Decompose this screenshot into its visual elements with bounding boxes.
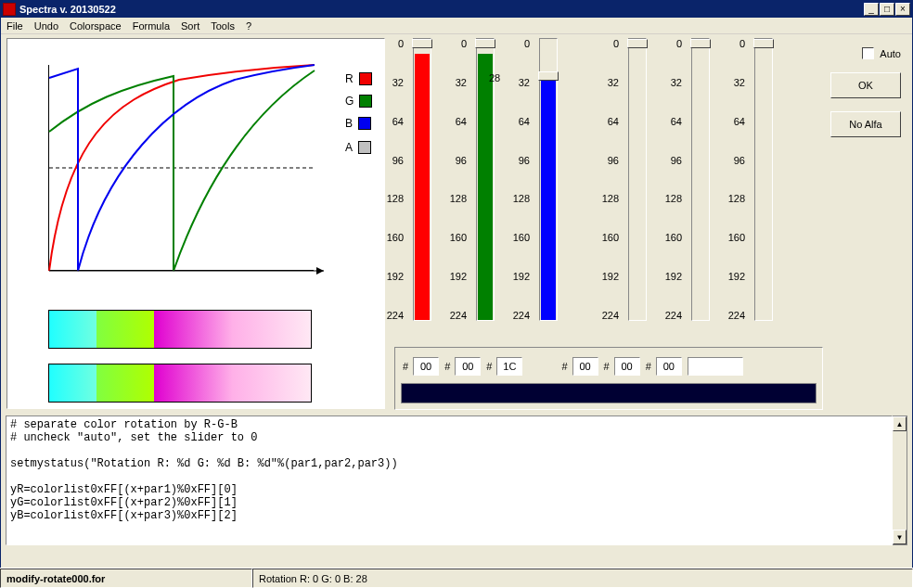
- slider-value-label: 28: [489, 72, 500, 83]
- tick-label: 0: [721, 38, 745, 49]
- hex-input-3[interactable]: [572, 357, 598, 376]
- slider-track-0[interactable]: [413, 38, 431, 321]
- slider-fill: [541, 81, 556, 320]
- tick-label: 64: [658, 116, 682, 127]
- window-title: Spectra v. 20130522: [19, 4, 864, 15]
- app-icon: [3, 3, 16, 16]
- hash-icon: #: [561, 361, 567, 372]
- slider-fill: [478, 54, 493, 320]
- legend-swatch-g: [359, 95, 372, 108]
- tick-label: 32: [721, 77, 745, 88]
- scroll-up-icon[interactable]: ▲: [893, 416, 907, 431]
- menu-file[interactable]: File: [6, 20, 23, 32]
- legend-swatch-b: [358, 117, 371, 130]
- tick-label: 64: [595, 116, 619, 127]
- hex-input-1[interactable]: [455, 357, 481, 376]
- hex-input-0[interactable]: [413, 357, 439, 376]
- color-preview: [401, 383, 817, 403]
- auto-checkbox-row: Auto: [862, 47, 901, 59]
- menubar: File Undo Colorspace Formula Sort Tools …: [1, 18, 912, 34]
- hex-combined[interactable]: [688, 357, 743, 376]
- close-button[interactable]: ×: [895, 3, 910, 16]
- ok-button[interactable]: OK: [830, 72, 901, 98]
- svg-marker-2: [316, 267, 324, 275]
- tick-label: 96: [506, 155, 530, 166]
- tick-label: 0: [595, 38, 619, 49]
- hex-input-5[interactable]: [656, 357, 682, 376]
- tick-label: 192: [379, 271, 404, 282]
- gradient-upper: [48, 310, 312, 349]
- tick-label: 96: [379, 155, 404, 166]
- tick-label: 160: [506, 232, 530, 243]
- slider-thumb[interactable]: [753, 39, 774, 48]
- slider-1: 0326496128160192224: [457, 38, 513, 321]
- legend-b: B: [345, 117, 372, 130]
- auto-checkbox[interactable]: [862, 47, 874, 59]
- tick-label: 0: [506, 38, 530, 49]
- menu-tools[interactable]: Tools: [211, 20, 235, 32]
- tick-label: 64: [443, 116, 467, 127]
- code-textarea[interactable]: [6, 415, 893, 545]
- auto-label: Auto: [880, 48, 901, 59]
- tick-label: 224: [379, 310, 404, 321]
- menu-undo[interactable]: Undo: [34, 20, 58, 32]
- slider-thumb[interactable]: [538, 71, 559, 81]
- tick-label: 160: [443, 232, 467, 243]
- status-filename: modify-rotate000.for: [0, 569, 252, 588]
- tick-label: 224: [443, 310, 467, 321]
- slider-track-5[interactable]: [754, 38, 773, 321]
- tick-label: 192: [721, 271, 745, 282]
- sliders-panel: 0326496128160192224032649612816019222403…: [391, 38, 907, 410]
- titlebar: Spectra v. 20130522 _ □ ×: [1, 1, 912, 18]
- hash-icon: #: [403, 361, 408, 372]
- menu-sort[interactable]: Sort: [181, 20, 199, 32]
- slider-thumb[interactable]: [412, 39, 432, 48]
- tick-label: 128: [379, 193, 404, 204]
- tick-label: 32: [379, 77, 404, 88]
- tick-label: 32: [506, 77, 530, 88]
- slider-track-2[interactable]: [539, 38, 558, 321]
- scrollbar[interactable]: ▲ ▼: [893, 415, 907, 545]
- tick-label: 96: [658, 155, 682, 166]
- tick-label: 160: [379, 232, 404, 243]
- tick-label: 128: [595, 193, 619, 204]
- hex-input-2[interactable]: [496, 357, 522, 376]
- legend-swatch-r: [359, 72, 372, 85]
- slider-thumb[interactable]: [627, 39, 648, 48]
- legend-label-b: B: [345, 117, 353, 130]
- hex-field-2: #: [486, 357, 522, 376]
- tick-label: 128: [721, 193, 745, 204]
- menu-help[interactable]: ?: [246, 20, 251, 32]
- scroll-down-icon[interactable]: ▼: [893, 530, 907, 544]
- status-text: Rotation R: 0 G: 0 B: 28: [252, 569, 913, 588]
- slider-thumb[interactable]: [690, 39, 711, 48]
- legend-swatch-a: [358, 141, 371, 154]
- menu-colorspace[interactable]: Colorspace: [70, 20, 122, 32]
- no-alfa-button[interactable]: No Alfa: [830, 111, 901, 137]
- tick-label: 32: [443, 77, 467, 88]
- tick-label: 128: [658, 193, 682, 204]
- gradient-lower: [48, 364, 312, 403]
- hex-field-5: #: [646, 357, 682, 376]
- tick-label: 64: [379, 116, 404, 127]
- hash-icon: #: [646, 361, 651, 372]
- tick-label: 224: [506, 310, 530, 321]
- hex-field-1: #: [444, 357, 481, 376]
- hash-icon: #: [444, 361, 450, 372]
- graph-panel: R G B A: [6, 38, 385, 409]
- curves-chart: [48, 65, 314, 271]
- maximize-button[interactable]: □: [880, 3, 894, 16]
- hex-input-4[interactable]: [614, 357, 640, 376]
- menu-formula[interactable]: Formula: [133, 20, 170, 32]
- slider-track-3[interactable]: [628, 38, 647, 321]
- hex-field-3: #: [561, 357, 598, 376]
- tick-label: 192: [506, 271, 530, 282]
- tick-label: 64: [506, 116, 530, 127]
- tick-label: 160: [658, 232, 682, 243]
- slider-track-4[interactable]: [691, 38, 710, 321]
- legend-label-r: R: [345, 72, 354, 85]
- minimize-button[interactable]: _: [864, 3, 879, 16]
- hex-field-0: #: [403, 357, 439, 376]
- tick-label: 128: [443, 193, 467, 204]
- slider-thumb[interactable]: [475, 39, 495, 48]
